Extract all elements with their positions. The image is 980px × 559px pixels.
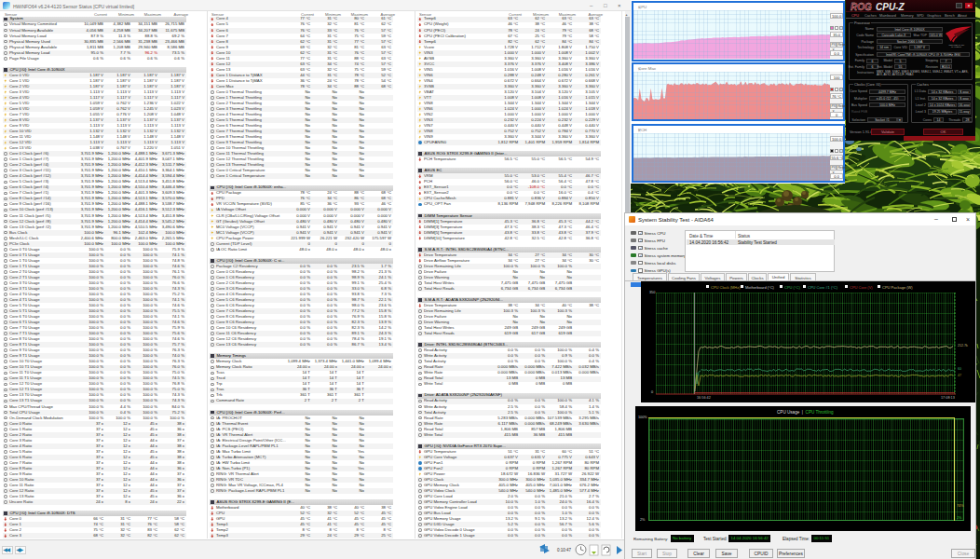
svg-text:0:10:47: 0:10:47 [557, 548, 572, 552]
svg-text:GAMERS: GAMERS [951, 46, 961, 48]
svg-text:ROG: ROG [851, 2, 872, 12]
svg-text:CPU-Z: CPU-Z [876, 2, 905, 12]
